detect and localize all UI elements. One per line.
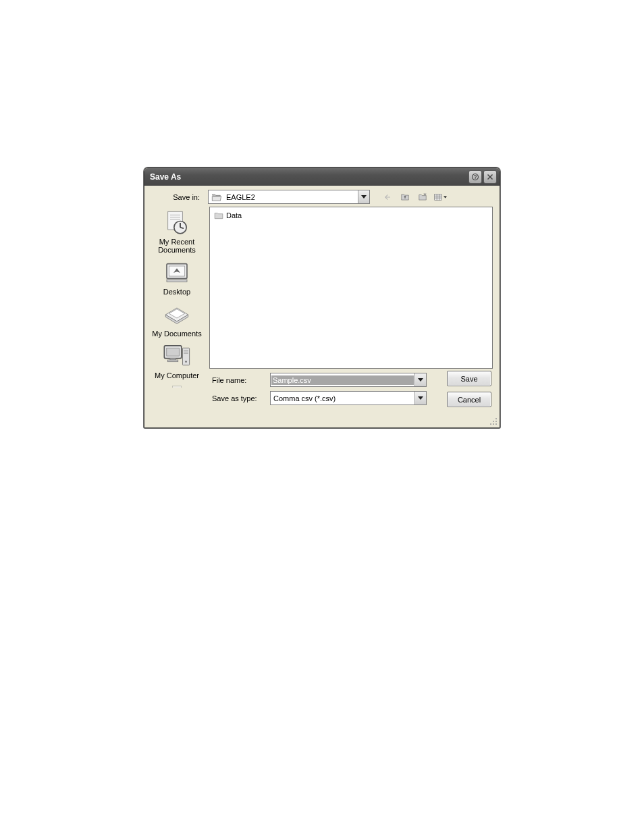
- up-one-level-button[interactable]: [398, 190, 412, 204]
- help-button[interactable]: [468, 170, 482, 184]
- places-recent[interactable]: My Recent Documents: [149, 208, 205, 257]
- top-row: Save in: EAGLE2: [144, 186, 500, 207]
- button-column: Save Cancel: [447, 371, 491, 407]
- places-desktop-label: Desktop: [149, 288, 205, 296]
- file-name-dropdown[interactable]: [414, 373, 426, 386]
- resize-grip[interactable]: [489, 417, 498, 426]
- save-as-type-value: Comma csv (*.csv): [271, 394, 414, 402]
- places-computer[interactable]: My Computer: [149, 342, 205, 382]
- svg-point-31: [495, 421, 497, 422]
- views-menu-button[interactable]: [433, 190, 447, 204]
- svg-point-34: [495, 423, 497, 425]
- save-in-combo[interactable]: EAGLE2: [208, 190, 370, 204]
- titlebar[interactable]: Save As: [144, 168, 500, 186]
- save-as-type-dropdown[interactable]: [414, 392, 426, 405]
- nav-toolbar: [381, 190, 447, 204]
- svg-rect-18: [167, 280, 187, 282]
- help-icon: [471, 173, 479, 181]
- save-button-label: Save: [460, 375, 477, 383]
- folder-icon: [214, 211, 223, 219]
- desktop-icon: [162, 259, 192, 286]
- save-as-type-combo[interactable]: Comma csv (*.csv): [270, 391, 427, 405]
- places-more[interactable]: [149, 384, 205, 388]
- folder-up-icon: [400, 192, 410, 202]
- close-icon: [486, 173, 494, 181]
- svg-point-30: [493, 421, 494, 422]
- chevron-down-icon: [444, 196, 447, 199]
- recent-documents-icon: [162, 209, 192, 236]
- folder-open-icon: [211, 192, 222, 202]
- cancel-button[interactable]: Cancel: [447, 392, 491, 407]
- svg-rect-4: [435, 194, 441, 200]
- svg-point-29: [495, 418, 497, 419]
- save-in-value: EAGLE2: [225, 193, 358, 201]
- new-folder-button[interactable]: [416, 190, 429, 204]
- svg-rect-28: [172, 386, 181, 388]
- back-button[interactable]: [381, 190, 394, 204]
- save-button[interactable]: Save: [447, 371, 491, 386]
- file-item-label: Data: [226, 211, 242, 219]
- places-computer-label: My Computer: [149, 371, 205, 380]
- dialog-body: My Recent Documents Desktop: [144, 207, 500, 369]
- views-icon: [433, 192, 443, 202]
- svg-rect-24: [184, 350, 188, 352]
- file-name-value[interactable]: Sample.csv: [271, 375, 414, 385]
- file-item[interactable]: Data: [214, 210, 488, 221]
- chevron-down-icon: [418, 396, 423, 400]
- resize-grip-icon: [489, 417, 498, 426]
- arrow-left-icon: [383, 193, 392, 201]
- file-list[interactable]: Data: [209, 207, 493, 369]
- chevron-down-icon: [361, 195, 367, 199]
- svg-rect-25: [184, 353, 188, 354]
- network-icon: [162, 385, 192, 388]
- places-recent-label: My Recent Documents: [149, 238, 205, 254]
- places-documents[interactable]: My Documents: [149, 300, 205, 340]
- cancel-button-label: Cancel: [458, 396, 481, 404]
- svg-rect-20: [167, 348, 180, 356]
- save-as-dialog: Save As Save in: EAGLE2: [144, 167, 500, 428]
- computer-icon: [162, 343, 192, 370]
- svg-point-26: [185, 361, 187, 363]
- file-name-combo[interactable]: Sample.csv: [270, 373, 427, 387]
- folder-new-icon: [417, 192, 428, 202]
- places-desktop[interactable]: Desktop: [149, 258, 205, 298]
- svg-point-33: [493, 423, 494, 425]
- places-bar: My Recent Documents Desktop: [147, 207, 207, 369]
- svg-point-32: [490, 423, 491, 425]
- svg-rect-22: [167, 360, 178, 362]
- places-documents-label: My Documents: [149, 330, 205, 338]
- save-in-dropdown[interactable]: [358, 190, 369, 203]
- save-in-label: Save in:: [151, 193, 204, 201]
- dialog-title: Save As: [150, 172, 467, 182]
- documents-icon: [162, 301, 192, 328]
- close-button[interactable]: [483, 170, 497, 184]
- chevron-down-icon: [418, 378, 423, 382]
- save-as-type-label: Save as type:: [212, 394, 265, 402]
- file-name-label: File name:: [212, 376, 265, 384]
